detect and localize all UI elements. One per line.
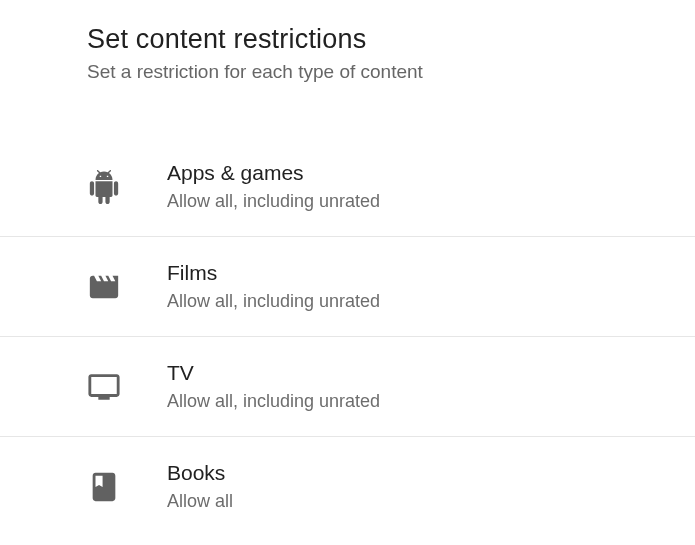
restriction-item-films[interactable]: Films Allow all, including unrated (0, 237, 695, 337)
restriction-text: Apps & games Allow all, including unrate… (167, 161, 380, 212)
restriction-subtitle: Allow all (167, 491, 233, 512)
android-icon (87, 170, 167, 204)
tv-icon (87, 370, 167, 404)
page-header: Set content restrictions Set a restricti… (0, 0, 695, 83)
restriction-item-tv[interactable]: TV Allow all, including unrated (0, 337, 695, 437)
restriction-subtitle: Allow all, including unrated (167, 291, 380, 312)
restriction-item-apps[interactable]: Apps & games Allow all, including unrate… (0, 137, 695, 237)
restriction-text: Books Allow all (167, 461, 233, 512)
book-icon (87, 470, 167, 504)
restriction-subtitle: Allow all, including unrated (167, 191, 380, 212)
restriction-title: Books (167, 461, 233, 485)
movie-icon (87, 270, 167, 304)
restriction-subtitle: Allow all, including unrated (167, 391, 380, 412)
restriction-text: TV Allow all, including unrated (167, 361, 380, 412)
page-title: Set content restrictions (87, 24, 695, 55)
restriction-item-books[interactable]: Books Allow all (0, 437, 695, 536)
page-subtitle: Set a restriction for each type of conte… (87, 61, 695, 83)
restriction-text: Films Allow all, including unrated (167, 261, 380, 312)
restriction-title: Films (167, 261, 380, 285)
restriction-title: TV (167, 361, 380, 385)
restrictions-list: Apps & games Allow all, including unrate… (0, 137, 695, 536)
restriction-title: Apps & games (167, 161, 380, 185)
